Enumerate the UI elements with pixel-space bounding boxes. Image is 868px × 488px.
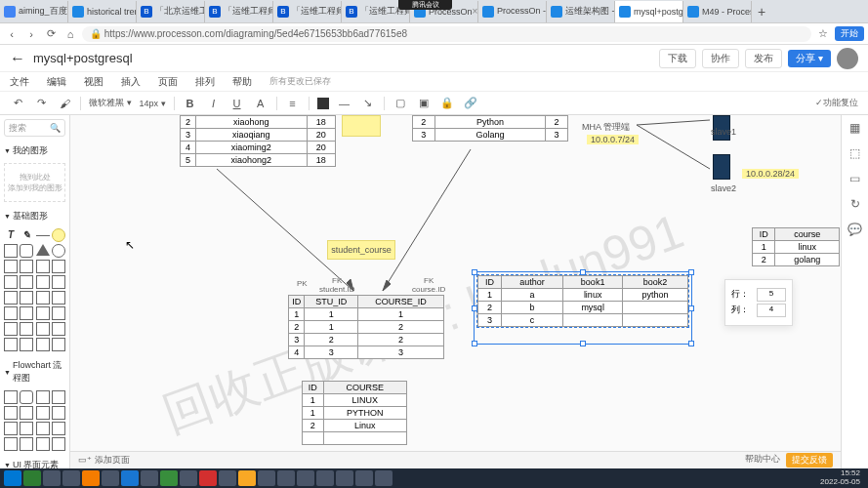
shape[interactable]	[4, 406, 18, 420]
shape-triangle[interactable]	[36, 244, 50, 256]
link-icon[interactable]: 🔗	[463, 96, 478, 111]
shape[interactable]	[52, 322, 65, 336]
shape[interactable]	[36, 422, 50, 435]
new-tab-button[interactable]: +	[752, 4, 771, 20]
add-page-button[interactable]: ▭⁺ 添加页面	[78, 454, 130, 467]
shape-text[interactable]: T	[4, 228, 18, 242]
shape[interactable]	[52, 260, 65, 273]
task-app-icon[interactable]	[375, 470, 393, 486]
shape[interactable]	[36, 322, 50, 336]
task-app-icon[interactable]	[297, 470, 314, 486]
language-table[interactable]: 2Python2 3Golang3	[412, 115, 568, 142]
task-app-icon[interactable]	[258, 470, 275, 486]
shape-rounded[interactable]	[20, 244, 33, 258]
shape[interactable]	[4, 306, 18, 320]
url-field[interactable]: 🔒 https://www.processon.com/diagraming/5…	[82, 26, 811, 42]
browser-tab[interactable]: B「运维工程师招聘...×	[273, 1, 342, 22]
task-app-icon[interactable]	[23, 470, 41, 486]
shape[interactable]	[36, 275, 50, 289]
task-app-icon[interactable]	[43, 470, 61, 486]
menu-insert[interactable]: 插入	[121, 75, 141, 89]
shape[interactable]	[20, 260, 33, 273]
shape-line[interactable]	[36, 228, 50, 242]
shape[interactable]	[20, 338, 33, 351]
size-select[interactable]: 14px ▾	[140, 99, 166, 108]
canvas[interactable]: 回收正版课+v: kunlun991 2xiaohong18 3xiaoqian…	[70, 115, 841, 468]
task-app-icon[interactable]	[199, 470, 217, 486]
shape[interactable]	[4, 422, 18, 435]
connector-icon[interactable]: ↘	[360, 96, 376, 111]
shape[interactable]	[4, 390, 18, 404]
task-app-icon[interactable]	[336, 470, 353, 486]
task-app-icon[interactable]	[121, 470, 139, 486]
menu-arrange[interactable]: 排列	[195, 75, 215, 89]
menu-file[interactable]: 文件	[10, 75, 29, 89]
shape[interactable]	[4, 291, 18, 305]
shape[interactable]	[20, 322, 33, 336]
line-style-icon[interactable]: —	[337, 96, 352, 111]
menu-edit[interactable]: 编辑	[47, 75, 66, 89]
collab-button[interactable]: 协作	[702, 49, 739, 68]
browser-tab[interactable]: ProcessOn - 我的...×	[478, 1, 547, 22]
shape[interactable]	[36, 338, 50, 351]
shape[interactable]	[52, 390, 65, 404]
sticky-student-course[interactable]: student_course	[327, 240, 395, 260]
section-flowchart[interactable]: ▼Flowchart 流程图	[4, 357, 65, 386]
shape[interactable]	[52, 422, 65, 435]
font-select[interactable]: 微软雅黑 ▾	[89, 97, 132, 109]
shape[interactable]	[36, 260, 50, 273]
course-small-table[interactable]: IDcourse 1linux 2golang	[752, 227, 840, 266]
task-app-icon[interactable]	[82, 470, 100, 486]
shape[interactable]	[20, 275, 33, 289]
course-table[interactable]: IDCOURSE 1LINUX 1PYTHON 2Linux	[302, 381, 407, 445]
task-app-icon[interactable]	[102, 470, 119, 486]
favorite-icon[interactable]: ☆	[815, 26, 831, 42]
section-ui[interactable]: ▼UI 界面元素	[4, 457, 65, 468]
task-app-icon[interactable]	[355, 470, 373, 486]
front-icon[interactable]: ▢	[393, 96, 408, 111]
browser-tab[interactable]: aiming_百度搜索×	[0, 1, 68, 22]
close-icon[interactable]: ×	[473, 6, 478, 17]
junction-table[interactable]: IDSTU_IDCOURSE_ID 111 212 322 433	[288, 295, 444, 359]
comment-icon[interactable]: 💬	[847, 223, 863, 238]
shape[interactable]	[36, 437, 50, 451]
shape[interactable]	[4, 322, 18, 336]
underline-icon[interactable]: U	[229, 96, 245, 111]
avatar[interactable]	[837, 48, 858, 69]
shape[interactable]	[20, 306, 33, 320]
browser-tab-active[interactable]: mysql+postgres...×	[615, 1, 683, 22]
shape[interactable]	[20, 291, 33, 305]
start-button[interactable]: 开始	[835, 26, 864, 41]
menu-help[interactable]: 帮助	[232, 75, 252, 89]
browser-tab[interactable]: B「北京运维工程师...×	[137, 1, 205, 22]
books-table[interactable]: IDauthorbook1book2 1alinuxpython 2bmysql…	[477, 275, 688, 327]
history-icon[interactable]: ↻	[847, 197, 863, 213]
shape[interactable]	[20, 422, 33, 435]
menu-view[interactable]: 视图	[84, 75, 103, 89]
shape[interactable]	[36, 291, 50, 305]
back-icon[interactable]: ▣	[416, 96, 432, 111]
shape[interactable]	[52, 437, 65, 451]
slave2-node[interactable]	[713, 154, 730, 180]
menu-page[interactable]: 页面	[158, 75, 178, 89]
restore-button[interactable]: ✓功能复位	[815, 97, 858, 109]
task-app-icon[interactable]	[238, 470, 256, 486]
shape[interactable]	[4, 437, 18, 451]
reload-icon[interactable]: ⟳	[43, 26, 59, 42]
shape[interactable]	[4, 275, 18, 289]
shape[interactable]	[20, 406, 33, 420]
back-arrow-icon[interactable]: ←	[10, 50, 25, 67]
task-app-icon[interactable]	[316, 470, 334, 486]
nav-forward-icon[interactable]: ›	[23, 26, 39, 42]
document-title[interactable]: mysql+postgresql	[33, 51, 133, 65]
shape-note[interactable]: ✎	[20, 228, 33, 242]
task-app-icon[interactable]	[141, 470, 158, 486]
shape[interactable]	[36, 390, 50, 404]
font-color-icon[interactable]: A	[253, 96, 269, 111]
shape[interactable]	[52, 338, 65, 351]
shape[interactable]	[4, 260, 18, 273]
start-icon[interactable]	[4, 470, 21, 486]
share-button[interactable]: 分享 ▾	[788, 50, 831, 67]
shape[interactable]	[52, 275, 65, 289]
browser-tab[interactable]: M49 - ProcessOn×	[683, 1, 752, 22]
